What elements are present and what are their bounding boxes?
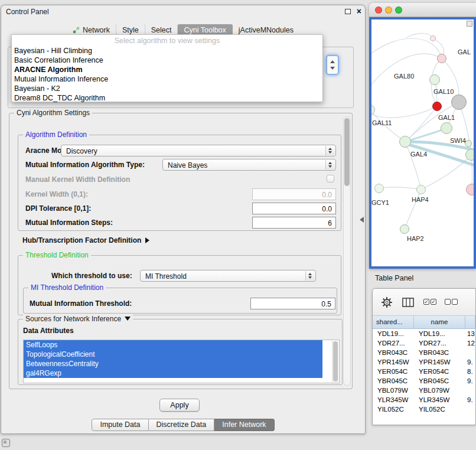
- tab-label: jActiveMNodules: [239, 26, 294, 34]
- gear-icon[interactable]: [381, 296, 393, 308]
- table-cell: YBR043C: [414, 348, 465, 357]
- table-row[interactable]: YIL052CYIL052C: [373, 405, 475, 414]
- table-cell: 9.: [465, 395, 475, 405]
- scrollbar-thumb[interactable]: [333, 341, 338, 381]
- menu-item-bayesian-hill-climbing[interactable]: Bayesian - Hill Climbing: [12, 46, 322, 56]
- float-window-icon[interactable]: [345, 9, 351, 14]
- network-node[interactable]: [374, 184, 384, 193]
- sources-toggle[interactable]: Sources for Network Inference: [23, 315, 133, 323]
- network-graph-icon: [73, 27, 80, 34]
- menu-item-mutual-information[interactable]: Mutual Information Inference: [12, 74, 322, 84]
- table-row[interactable]: YDR27...YDR27...12: [373, 338, 475, 348]
- close-traffic-light-icon[interactable]: [375, 6, 382, 14]
- list-item[interactable]: TopologicalCoefficient: [24, 350, 322, 359]
- network-node[interactable]: [432, 102, 442, 111]
- list-item[interactable]: gal4RGexp: [24, 369, 322, 378]
- table-cell: 9.: [465, 357, 475, 367]
- window-title: Control Panel: [6, 8, 49, 16]
- table-row[interactable]: YER054CYER054C8.: [373, 367, 475, 376]
- sources-group: Sources for Network Inference Data Attri…: [18, 319, 343, 385]
- table-row[interactable]: YBL079WYBL079W: [373, 386, 475, 395]
- table-cell: YBR045C: [373, 376, 414, 386]
- which-threshold-label: Which threshold to use:: [51, 272, 132, 280]
- network-node-label: SWI4: [450, 137, 466, 144]
- checked-boxes-icon[interactable]: ✓✓: [423, 299, 436, 305]
- apply-button[interactable]: Apply: [159, 399, 200, 412]
- kernel-width-input[interactable]: 0.0: [252, 188, 336, 200]
- zoom-traffic-light-icon[interactable]: [395, 6, 402, 14]
- network-window-titlebar[interactable]: [369, 3, 476, 17]
- network-node[interactable]: [465, 149, 476, 161]
- mi-algorithm-type-combo[interactable]: Naive Bayes: [162, 159, 336, 171]
- settings-scrollbar[interactable]: [343, 116, 351, 386]
- network-node[interactable]: [441, 122, 452, 134]
- network-view-window: GALGAL80GAL10GAL11GAL1SWI4GAL4GCY1HAP4HA…: [369, 3, 476, 269]
- menu-prompt: Select algorithm to view settings: [12, 36, 322, 46]
- table-row[interactable]: YLR345WYLR345W9.: [373, 395, 475, 405]
- list-item[interactable]: BetweennessCentrality: [24, 359, 322, 369]
- list-scrollbar[interactable]: [332, 341, 338, 382]
- table-row[interactable]: YBR043CYBR043C: [373, 348, 475, 357]
- table-cell: [465, 386, 475, 395]
- data-attributes-label: Data Attributes: [23, 327, 74, 335]
- mi-steps-label: Mutual Information Steps:: [25, 219, 113, 227]
- unchecked-boxes-icon[interactable]: [445, 299, 458, 305]
- network-node[interactable]: [451, 94, 467, 110]
- table-row[interactable]: YDL19...YDL19...13: [373, 329, 475, 338]
- aracne-mode-combo[interactable]: Discovery: [61, 145, 336, 156]
- expand-right-icon: [145, 237, 149, 243]
- hub-section-toggle[interactable]: Hub/Transcription Factor Definition: [22, 236, 149, 244]
- minimize-traffic-light-icon[interactable]: [385, 6, 392, 14]
- birdseye-toggle-icon[interactable]: [467, 21, 472, 27]
- mi-threshold-label: Mutual Information Threshold:: [30, 299, 132, 308]
- menu-item-dream8[interactable]: Dream8 DC_TDC Algorithm: [12, 93, 322, 103]
- menu-item-bayesian-k2[interactable]: Bayesian - K2: [12, 84, 322, 93]
- network-node-label: HAP2: [407, 235, 424, 242]
- group-title: Algorithm Definition: [23, 131, 89, 139]
- which-threshold-combo[interactable]: MI Threshold: [140, 270, 316, 282]
- network-node[interactable]: [437, 54, 446, 63]
- column-header-name[interactable]: name: [414, 316, 465, 328]
- network-canvas[interactable]: GALGAL80GAL10GAL11GAL1SWI4GAL4GCY1HAP4HA…: [369, 17, 476, 269]
- table-cell: YBL079W: [414, 386, 465, 395]
- table-row[interactable]: YPR145WYPR145W9.: [373, 357, 475, 367]
- close-icon[interactable]: ×: [357, 6, 361, 16]
- sources-title: Sources for Network Inference: [25, 315, 121, 323]
- table-row[interactable]: YBR045CYBR045C9.: [373, 376, 475, 386]
- tab-discretize-data[interactable]: Discretize Data: [149, 419, 215, 431]
- splitter-collapse-icon[interactable]: [360, 217, 364, 223]
- table-cell: YLR345W: [414, 395, 465, 405]
- network-node[interactable]: [399, 136, 411, 148]
- manual-kernel-label: Manual Kernel Width Definition: [25, 175, 130, 184]
- network-node[interactable]: [466, 184, 476, 195]
- columns-icon[interactable]: [402, 298, 414, 307]
- restore-panel-icon[interactable]: [2, 439, 10, 447]
- column-header-cut[interactable]: [465, 316, 475, 328]
- mi-threshold-input[interactable]: 0.5: [250, 298, 335, 309]
- network-node[interactable]: [430, 35, 436, 41]
- tab-infer-network[interactable]: Infer Network: [214, 419, 274, 431]
- menu-item-basic-correlation[interactable]: Basic Correlation Inference: [12, 56, 322, 65]
- network-node[interactable]: [429, 74, 440, 85]
- scrollbar-thumb[interactable]: [344, 118, 350, 186]
- network-node[interactable]: [400, 224, 409, 234]
- dpi-tolerance-input[interactable]: 0.0: [252, 203, 336, 214]
- mi-steps-input[interactable]: 6: [252, 217, 336, 229]
- chevron-down-icon: [330, 67, 335, 70]
- list-item[interactable]: SelfLoops: [24, 340, 322, 350]
- table-cell: YPR145W: [373, 357, 414, 367]
- column-header-shared-name[interactable]: shared...: [373, 316, 414, 328]
- control-panel-window: Control Panel × Network Style Select Cyn…: [1, 5, 366, 434]
- combo-stepper-icon: [325, 160, 335, 169]
- table-cell: YDR27...: [414, 338, 465, 348]
- network-node-label: HAP4: [412, 196, 429, 203]
- combo-stepper-icon: [325, 146, 335, 155]
- combo-value: Naive Bayes: [168, 161, 207, 169]
- manual-kernel-checkbox[interactable]: [327, 175, 334, 182]
- network-node[interactable]: [416, 185, 426, 194]
- network-node-label: GAL4: [410, 151, 427, 158]
- tab-impute-data[interactable]: Impute Data: [92, 419, 148, 431]
- algorithm-combo-stepper[interactable]: [326, 55, 339, 75]
- menu-item-aracne[interactable]: ARACNE Algorithm: [12, 65, 322, 74]
- hub-section-label: Hub/Transcription Factor Definition: [22, 236, 141, 244]
